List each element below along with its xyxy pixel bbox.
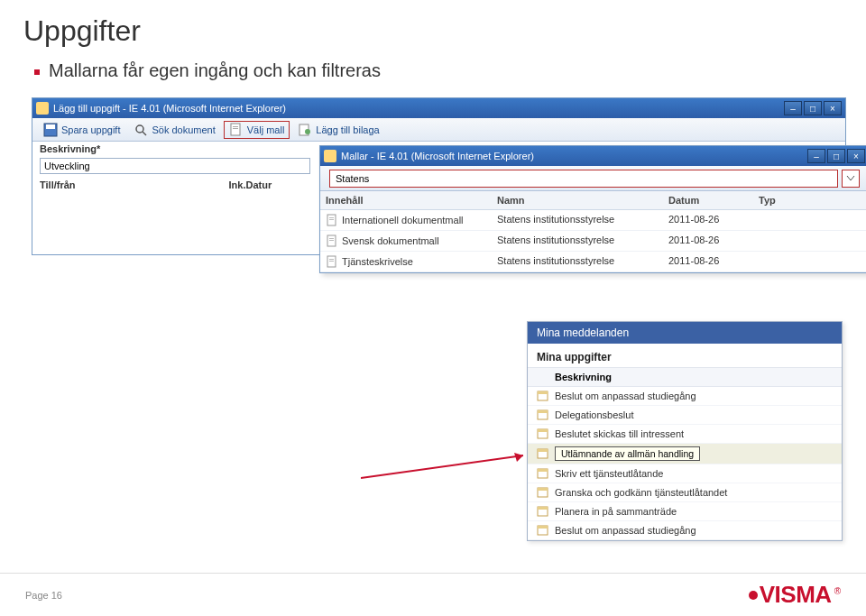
list-item-text: Beslutet skickas till intressent [555,428,684,439]
my-tasks-panel: Mina meddelanden Mina uppgifter Beskrivn… [527,321,843,541]
col-namn[interactable]: Namn [492,191,663,209]
task-icon [537,486,549,499]
svg-point-8 [305,129,310,134]
list-item-with-tooltip[interactable]: Utlämnande av allmän handling [528,444,842,464]
favorite-icon [324,150,336,162]
cell: Statens institutionsstyrelse [492,210,663,230]
svg-rect-33 [538,507,548,510]
col-typ[interactable]: Typ [753,191,843,209]
search-document-button[interactable]: Sök dokument [128,121,220,139]
list-item[interactable]: Planera in på sammanträde [528,502,842,521]
search-icon [134,123,148,137]
col-innehall[interactable]: Innehåll [320,191,492,209]
save-task-button[interactable]: Spara uppgift [38,121,125,139]
window-title: Lägg till uppgift - IE 4.01 (Microsoft I… [53,103,286,114]
svg-rect-11 [329,219,334,220]
cell [753,231,843,251]
add-attachment-button[interactable]: Lägg till bilaga [292,121,384,139]
tooltip: Utlämnande av allmän handling [555,446,700,461]
template-icon [229,123,244,137]
list-item-text: Skriv ett tjänsteutlåtande [555,468,663,479]
favorite-icon [36,102,49,115]
list-item[interactable]: Skriv ett tjänsteutlåtande [528,464,842,483]
svg-rect-29 [538,469,548,472]
list-item[interactable]: Beslut om anpassad studiegång [528,387,842,406]
svg-rect-31 [538,488,548,491]
popup-titlebar: Mallar - IE 4.01 (Microsoft Internet Exp… [320,146,866,166]
svg-rect-4 [231,124,240,135]
task-icon [537,467,549,480]
svg-rect-10 [329,217,334,218]
task-icon [537,524,549,537]
attachment-label: Lägg till bilaga [316,124,379,135]
slide-footer: Page 16 VISMA ® [0,573,866,616]
table-row[interactable]: Tjänsteskrivelse Statens institutionssty… [320,252,866,272]
svg-line-3 [143,132,146,135]
task-icon [537,428,549,440]
close-button[interactable]: × [847,149,865,163]
cell: 2011-08-26 [663,231,753,251]
table-row[interactable]: Svensk dokumentmall Statens institutions… [320,231,866,252]
attachment-icon [298,123,312,137]
page-number: Page 16 [25,590,62,601]
panel-header-messages[interactable]: Mina meddelanden [528,322,842,344]
document-icon [326,255,338,268]
minimize-button[interactable]: – [807,149,825,163]
popup-title: Mallar - IE 4.01 (Microsoft Internet Exp… [341,151,534,161]
window-titlebar: Lägg till uppgift - IE 4.01 (Microsoft I… [32,98,845,118]
registered-icon: ® [834,586,841,596]
task-icon [537,447,549,460]
svg-rect-35 [538,526,548,529]
cell: Statens institutionsstyrelse [492,252,663,271]
ink-date-label: Ink.Datur [229,179,272,190]
bullet-1-text: Mallarna får egen ingång och kan filtrer… [49,60,381,81]
panel-header-tasks[interactable]: Mina uppgifter [528,344,842,368]
close-button[interactable]: × [824,101,842,115]
list-item[interactable]: Granska och godkänn tjänsteutlåtandet [528,483,842,502]
templates-popup-window: Mallar - IE 4.01 (Microsoft Internet Exp… [319,145,866,273]
save-label: Spara uppgift [61,124,120,135]
list-item-text: Beslut om anpassad studiegång [555,391,696,401]
cell: Internationell dokumentmall [342,215,464,225]
svg-rect-17 [329,261,334,262]
svg-rect-21 [538,391,548,394]
document-icon [326,214,338,226]
filter-input[interactable] [329,170,838,188]
logo-text: VISMA [760,581,832,609]
list-item[interactable]: Beslutet skickas till intressent [528,425,842,444]
to-from-label: Till/från [40,179,76,190]
save-icon [43,123,58,137]
list-item-text: Granska och godkänn tjänsteutlåtandet [555,487,727,498]
svg-rect-27 [538,449,548,452]
maximize-button[interactable]: □ [804,101,822,115]
slide-title: Uppgifter [0,0,866,48]
list-item[interactable]: Beslut om anpassad studiegång [528,521,842,540]
cell: Statens institutionsstyrelse [492,231,663,251]
filter-bar [320,166,866,191]
list-item[interactable]: Delegationsbeslut [528,406,842,425]
panel-column-header: Beskrivning [528,368,842,387]
svg-rect-16 [329,259,334,260]
choose-template-label: Välj mall [247,124,285,135]
description-input[interactable] [40,158,310,174]
cell [753,252,843,271]
svg-point-2 [136,125,143,133]
table-row[interactable]: Internationell dokumentmall Statens inst… [320,210,866,231]
maximize-button[interactable]: □ [827,149,845,163]
svg-rect-5 [233,126,238,127]
bullet-1: Mallarna får egen ingång och kan filtrer… [34,60,866,81]
filter-dropdown-icon[interactable] [842,170,860,188]
minimize-button[interactable]: – [784,101,802,115]
choose-template-button[interactable]: Välj mall [224,121,290,139]
cell: Tjänsteskrivelse [342,256,413,267]
cell: 2011-08-26 [663,210,753,230]
toolbar: Spara uppgift Sök dokument Välj mall Läg… [32,118,845,142]
cell: Svensk dokumentmall [342,235,439,246]
task-icon [537,505,549,518]
arrow-icon [361,451,541,487]
svg-rect-6 [233,128,238,129]
task-icon [537,409,549,421]
col-datum[interactable]: Datum [663,191,753,209]
templates-table-header: Innehåll Namn Datum Typ [320,191,866,210]
svg-rect-25 [538,429,548,432]
